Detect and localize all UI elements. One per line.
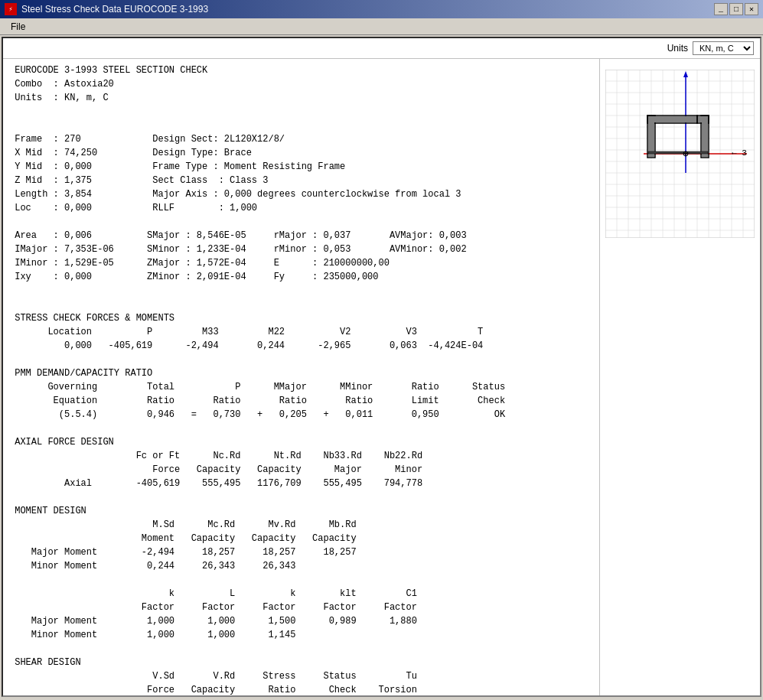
- file-menu[interactable]: File: [5, 20, 31, 34]
- svg-text:← 3: ← 3: [732, 148, 747, 158]
- units-select[interactable]: KN, m, C KN, mm, C kip, in, F: [693, 41, 754, 55]
- data-content: EUROCODE 3-1993 STEEL SECTION CHECK Comb…: [9, 63, 593, 695]
- close-button[interactable]: ✕: [745, 3, 758, 15]
- title-bar: ⚡ Steel Stress Check Data EUROCODE 3-199…: [0, 0, 763, 18]
- units-label: Units: [667, 43, 688, 54]
- cross-section-panel: ← 3: [599, 59, 760, 695]
- menu-bar: File: [0, 18, 763, 35]
- svg-rect-37: [702, 116, 708, 157]
- main-content: Units KN, m, C KN, mm, C kip, in, F EURO…: [2, 37, 761, 697]
- cross-section-diagram: ← 3: [605, 70, 755, 238]
- svg-rect-33: [648, 116, 654, 157]
- app-icon: ⚡: [5, 3, 17, 15]
- minimize-button[interactable]: _: [714, 3, 728, 15]
- svg-rect-38: [648, 151, 708, 154]
- svg-rect-32: [648, 116, 696, 122]
- window-title: Steel Stress Check Data EUROCODE 3-1993: [21, 4, 208, 15]
- data-panel: EUROCODE 3-1993 STEEL SECTION CHECK Comb…: [3, 59, 599, 695]
- maximize-button[interactable]: □: [729, 3, 743, 15]
- units-bar: Units KN, m, C KN, mm, C kip, in, F: [3, 38, 760, 59]
